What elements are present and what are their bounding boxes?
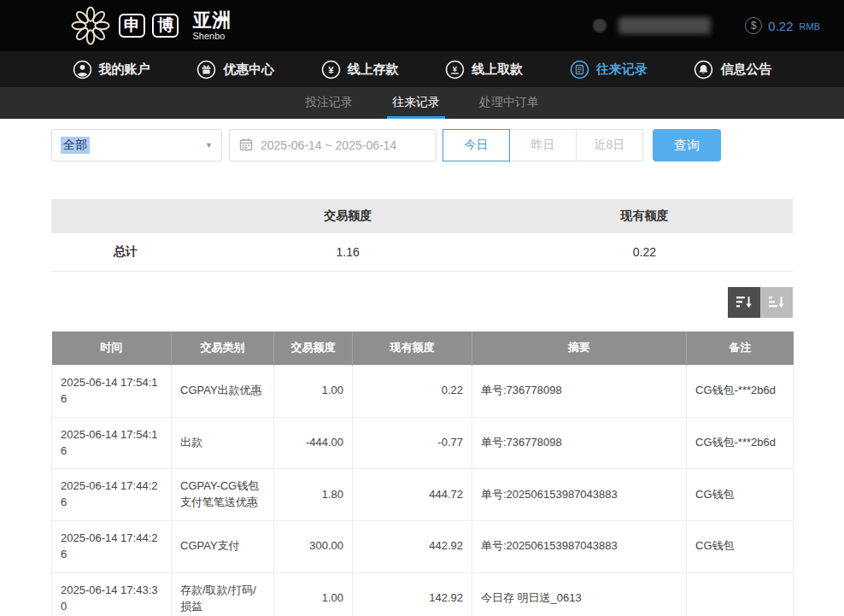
- cell-type: 出款: [172, 417, 274, 469]
- flower-icon: [71, 6, 110, 45]
- logo-box-shen: 申: [119, 14, 145, 38]
- cell-amount: 1.80: [274, 469, 353, 521]
- cell-time: 2025-06-14 17:44:26: [52, 469, 172, 521]
- cell-amount: 1.00: [274, 366, 353, 418]
- gift-icon: [196, 60, 216, 79]
- nav-item-promo-center[interactable]: 优惠中心: [196, 60, 274, 79]
- search-button[interactable]: 查询: [653, 129, 721, 161]
- date-range-input[interactable]: 2025-06-14 ~ 2025-06-14: [229, 129, 437, 161]
- cell-remark: CG钱包-***2b6d: [687, 417, 794, 469]
- records-column-header: 摘要: [472, 331, 687, 366]
- subnav-tabs: 投注记录往来记录处理中订单: [0, 87, 844, 119]
- dollar-circle-icon: $: [745, 17, 762, 34]
- nav-item-online-withdraw[interactable]: ¥线上取款: [445, 60, 523, 79]
- cell-type: 存款/取款/打码/损益: [172, 572, 274, 616]
- deposit-icon: ¥: [321, 60, 341, 79]
- nav-item-transaction-records[interactable]: 往来记录: [570, 60, 648, 79]
- nav-item-online-deposit[interactable]: ¥线上存款: [321, 60, 399, 79]
- summary-col-balance: 现有额度: [496, 199, 793, 233]
- main-content: 全部 ▼ 2025-06-14 ~ 2025-06-14 今日昨日近8日 查询 …: [0, 119, 844, 616]
- records-column-header: 交易类别: [172, 331, 274, 366]
- bell-icon: [694, 60, 713, 79]
- nav-item-label: 线上存款: [348, 62, 399, 78]
- sort-ascending-button[interactable]: [760, 287, 793, 318]
- summary-col-transaction: 交易额度: [200, 199, 496, 233]
- type-select-value: 全部: [61, 137, 90, 154]
- records-table: 时间交易类别交易额度现有额度摘要备注 2025-06-14 17:54:16CG…: [51, 331, 794, 616]
- table-row: 2025-06-14 17:54:16出款-444.00-0.77单号:7367…: [52, 417, 794, 469]
- sort-descending-button[interactable]: [728, 287, 760, 318]
- nav-item-label: 信息公告: [720, 62, 771, 78]
- tab-betting-records[interactable]: 投注记录: [300, 87, 358, 119]
- cell-remark: CG钱包-***2b6d: [687, 366, 794, 418]
- nav-item-label: 我的账户: [99, 62, 150, 78]
- svg-text:¥: ¥: [453, 63, 458, 73]
- records-body: 2025-06-14 17:54:16CGPAY出款优惠1.000.22单号:7…: [52, 366, 794, 616]
- quick-range-group: 今日昨日近8日: [443, 129, 643, 161]
- top-header: 申 博 亚洲 Shenbo $ 0.22 RMB: [0, 0, 844, 51]
- cell-remark: CG钱包: [687, 469, 794, 521]
- cell-balance: 0.22: [353, 366, 472, 418]
- cell-amount: 300.00: [274, 521, 353, 573]
- sort-desc-icon: [736, 294, 753, 311]
- date-range-value: 2025-06-14 ~ 2025-06-14: [261, 138, 396, 152]
- brand-logo: 申 博 亚洲 Shenbo: [71, 6, 232, 45]
- summary-total-transaction: 1.16: [200, 233, 496, 271]
- records-header-row: 时间交易类别交易额度现有额度摘要备注: [52, 331, 794, 366]
- summary-total-balance: 0.22: [496, 233, 793, 271]
- nav-item-label: 往来记录: [596, 62, 648, 78]
- records-column-header: 时间: [52, 331, 172, 366]
- logo-region-en: Shenbo: [192, 32, 232, 41]
- logo-box-bo: 博: [152, 14, 179, 38]
- cell-time: 2025-06-14 17:54:16: [52, 366, 172, 418]
- range-button-yesterday[interactable]: 昨日: [509, 129, 577, 161]
- balance-display[interactable]: $ 0.22 RMB: [745, 17, 820, 34]
- cell-amount: -444.00: [274, 417, 353, 469]
- nav-item-announcements[interactable]: 信息公告: [694, 60, 771, 79]
- tab-transaction-records[interactable]: 往来记录: [387, 87, 445, 119]
- cell-summary: 单号:736778098: [472, 366, 687, 418]
- summary-header-row: 交易额度 现有额度: [51, 199, 793, 233]
- summary-table: 交易额度 现有额度 总计 1.16 0.22: [51, 199, 793, 272]
- filter-bar: 全部 ▼ 2025-06-14 ~ 2025-06-14 今日昨日近8日 查询: [51, 129, 793, 161]
- cell-type: CGPAY支付: [172, 521, 274, 573]
- cell-remark: CG钱包: [687, 521, 794, 573]
- table-row: 2025-06-14 17:44:26CGPAY-CG钱包支付笔笔送优惠1.80…: [52, 469, 794, 521]
- cell-type: CGPAY出款优惠: [172, 366, 274, 418]
- nav-item-label: 线上取款: [472, 62, 523, 78]
- avatar: [593, 19, 607, 32]
- user-icon: [73, 60, 92, 79]
- svg-text:¥: ¥: [328, 64, 334, 74]
- nav-item-my-account[interactable]: 我的账户: [73, 60, 150, 79]
- cell-remark: [687, 572, 794, 616]
- logo-region-cn: 亚洲: [192, 11, 232, 30]
- chevron-down-icon: ▼: [205, 141, 213, 150]
- account-area: $ 0.22 RMB: [593, 17, 820, 34]
- range-button-last-8-days[interactable]: 近8日: [576, 129, 643, 161]
- type-select[interactable]: 全部 ▼: [51, 129, 222, 161]
- cell-time: 2025-06-14 17:43:30: [52, 572, 172, 616]
- username-redacted: [618, 17, 711, 34]
- cell-summary: 单号:736778098: [472, 417, 687, 469]
- table-row: 2025-06-14 17:44:26CGPAY支付300.00442.92单号…: [52, 521, 794, 573]
- range-button-today[interactable]: 今日: [443, 129, 510, 161]
- records-icon: [570, 60, 589, 79]
- cell-summary: 单号:202506153987043883: [472, 521, 687, 573]
- summary-total-label: 总计: [51, 233, 200, 271]
- tab-processing-orders[interactable]: 处理中订单: [474, 87, 544, 119]
- cell-balance: 142.92: [353, 572, 472, 616]
- sort-controls: [51, 287, 793, 318]
- summary-total-row: 总计 1.16 0.22: [51, 233, 793, 271]
- calendar-icon: [239, 138, 253, 154]
- cell-balance: 444.72: [353, 469, 472, 521]
- cell-type: CGPAY-CG钱包支付笔笔送优惠: [172, 469, 274, 521]
- nav-item-label: 优惠中心: [223, 62, 274, 78]
- table-row: 2025-06-14 17:43:30存款/取款/打码/损益1.00142.92…: [52, 572, 794, 616]
- summary-col-empty: [51, 199, 200, 233]
- records-column-header: 现有额度: [353, 331, 472, 366]
- cell-summary: 单号:202506153987043883: [472, 469, 687, 521]
- balance-currency: RMB: [800, 21, 820, 32]
- balance-amount: 0.22: [768, 19, 793, 33]
- sort-asc-icon: [768, 294, 785, 311]
- cell-time: 2025-06-14 17:44:26: [52, 521, 172, 573]
